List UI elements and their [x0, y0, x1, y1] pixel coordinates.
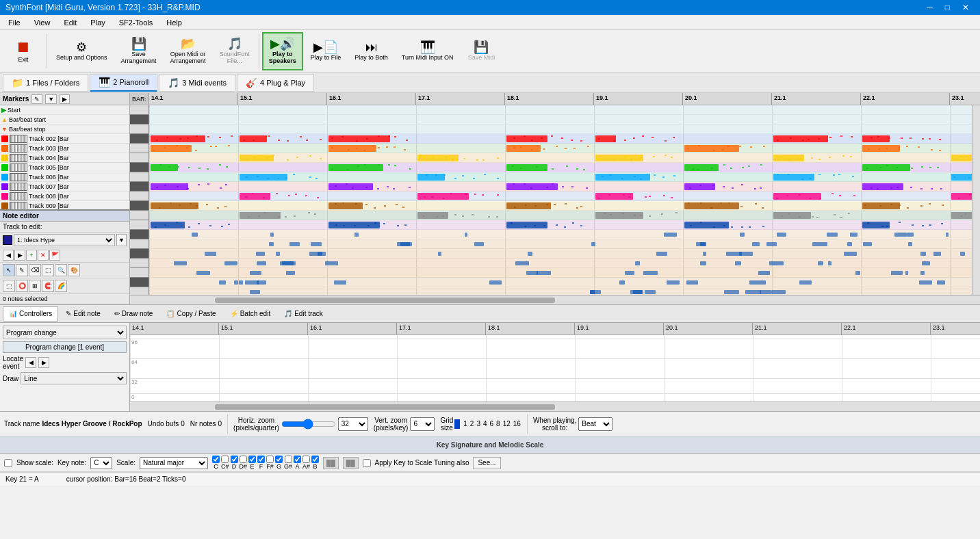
note-C-cb[interactable] [212, 456, 220, 463]
marker-start[interactable]: ▶ Start [0, 105, 129, 115]
play-both-button[interactable]: ⏭ Play to Both [348, 32, 394, 70]
tool-color[interactable]: 🎨 [68, 264, 80, 276]
tab-controllers[interactable]: 📊 Controllers [3, 306, 58, 321]
note-B-cb[interactable] [311, 456, 319, 463]
close-button[interactable]: ✕ [957, 1, 975, 14]
tab-batch-edit[interactable]: ⚡ Batch edit [224, 306, 276, 321]
controller-type-select[interactable]: Program change [3, 326, 127, 339]
note-Fs-cb[interactable] [266, 456, 274, 463]
save-arrangement-button[interactable]: 💾 SaveArrangement [115, 32, 163, 70]
tool-magnet[interactable]: 🧲 [42, 280, 54, 292]
piano-key-7[interactable] [130, 172, 149, 182]
grid-3[interactable]: 3 [476, 420, 481, 428]
play-file-button[interactable]: ▶📄 Play to File [305, 32, 348, 70]
note-Ds-cb[interactable] [240, 456, 247, 463]
draw-type-select[interactable]: Line [21, 372, 127, 384]
ctrl-hscroll-thumb[interactable] [215, 404, 555, 410]
mute-btn-2[interactable]: ██ [343, 457, 359, 469]
track-list-item-1[interactable]: Track 003 [Bar [0, 144, 129, 153]
grid-2[interactable]: 2 [469, 420, 475, 428]
track-list-item-6[interactable]: Track 008 [Bar [0, 192, 129, 201]
apply-tuning-checkbox[interactable] [363, 459, 371, 467]
tool-lasso[interactable]: ⭕ [16, 280, 28, 292]
tab-edit-note[interactable]: ✎ Edit note [60, 306, 106, 321]
mute-btn-1[interactable]: ██ [323, 457, 339, 469]
note-As-cb[interactable] [302, 456, 310, 463]
track-list-item-4[interactable]: Track 006 [Bar [0, 172, 129, 182]
note-A-cb[interactable] [294, 456, 301, 463]
tool-eraser[interactable]: ⌫ [29, 264, 41, 276]
piano-key-2[interactable] [130, 124, 149, 134]
marker-barbeat-start[interactable]: ▲ Bar/beat start [0, 115, 129, 124]
tab-edit-track[interactable]: 🎵 Edit track [278, 306, 329, 321]
tab-pianoroll[interactable]: 🎹 2 Pianoroll [90, 74, 157, 92]
tool-flag[interactable]: 🚩 [49, 250, 60, 261]
note-F-cb[interactable] [257, 456, 265, 463]
ctrl-hscroll[interactable] [130, 402, 980, 411]
scale-type-select[interactable]: Natural majorNatural minor [140, 457, 208, 469]
grid-8[interactable]: 8 [495, 420, 501, 428]
track-list-item-0[interactable]: Track 002 [Bar [0, 134, 129, 144]
arr-grid[interactable] [149, 105, 972, 295]
piano-key-3[interactable] [130, 134, 149, 144]
piano-key-9[interactable] [130, 192, 149, 201]
turn-midi-button[interactable]: 🎹 Turn Midi Input ON [396, 32, 460, 70]
grid-16[interactable]: 16 [513, 420, 521, 428]
locate-next-btn[interactable]: ▶ [38, 357, 49, 368]
grid-1[interactable]: 1 [463, 420, 468, 428]
menu-edit[interactable]: Edit [58, 17, 82, 28]
track-list-item-3[interactable]: Track 005 [Bar [0, 163, 129, 172]
piano-key-5[interactable] [130, 153, 149, 163]
horiz-zoom-select[interactable]: 3216864 [338, 417, 368, 431]
tool-pencil[interactable]: ✎ [16, 264, 28, 276]
locate-prev-btn[interactable]: ◀ [25, 357, 36, 368]
note-G-cb[interactable] [275, 456, 283, 463]
marker-barbeat-stop[interactable]: ▼ Bar/beat stop [0, 124, 129, 134]
piano-key-13[interactable] [130, 230, 149, 239]
markers-play-btn[interactable]: ▶ [60, 94, 70, 104]
soundfont-button[interactable]: 🎵 SoundFontFile... [214, 32, 256, 70]
grid-6[interactable]: 6 [489, 420, 495, 428]
piano-key-16[interactable] [130, 259, 149, 268]
note-D-cb[interactable] [231, 456, 238, 463]
piano-key-17[interactable] [130, 268, 149, 278]
grid-12[interactable]: 12 [502, 420, 511, 428]
tool-add[interactable]: + [26, 250, 37, 261]
open-midi-button[interactable]: 📂 Open Midi orArrangement [164, 32, 212, 70]
tool-rainbow[interactable]: 🌈 [55, 280, 67, 292]
when-playing-select[interactable]: BeatBar [578, 417, 612, 431]
grid-4[interactable]: 4 [482, 420, 488, 428]
track-list-item-5[interactable]: Track 007 [Bar [0, 182, 129, 192]
note-E-cb[interactable] [248, 456, 256, 463]
track-select-dropdown[interactable]: ▼ [116, 234, 127, 246]
tool-select2[interactable]: ⬚ [3, 280, 15, 292]
setup-button[interactable]: ⚙ Setup and Options [50, 32, 114, 70]
save-midi-button[interactable]: 💾 Save Midi [461, 32, 502, 70]
track-select[interactable]: 1: Idecs Hype [14, 234, 115, 246]
arr-hscroll[interactable] [130, 295, 980, 304]
hscroll-thumb[interactable] [215, 298, 555, 303]
show-scale-checkbox[interactable] [4, 459, 12, 467]
horiz-zoom-slider[interactable] [281, 419, 336, 430]
arr-vscroll[interactable] [972, 105, 980, 295]
piano-key-18[interactable] [130, 278, 149, 287]
piano-key-6[interactable] [130, 163, 149, 172]
markers-edit-btn[interactable]: ✎ [31, 94, 42, 104]
note-Cs-cb[interactable] [221, 456, 229, 463]
piano-key-15[interactable] [130, 249, 149, 259]
tab-copy-paste[interactable]: 📋 Copy / Paste [160, 306, 222, 321]
piano-key-0[interactable] [130, 105, 149, 115]
tool-next[interactable]: ▶ [14, 250, 25, 261]
menu-file[interactable]: File [3, 17, 26, 28]
piano-key-1[interactable] [130, 115, 149, 124]
tab-draw-note[interactable]: ✏ Draw note [108, 306, 159, 321]
menu-sf2tools[interactable]: SF2-Tools [114, 17, 159, 28]
menu-play[interactable]: Play [85, 17, 110, 28]
maximize-button[interactable]: □ [940, 1, 955, 14]
minimize-button[interactable]: ─ [921, 1, 938, 14]
menu-help[interactable]: Help [161, 17, 188, 28]
piano-key-11[interactable] [130, 211, 149, 220]
tab-plugin[interactable]: 🎸 4 Plug & Play [237, 74, 314, 92]
piano-key-14[interactable] [130, 239, 149, 249]
piano-key-10[interactable] [130, 201, 149, 211]
